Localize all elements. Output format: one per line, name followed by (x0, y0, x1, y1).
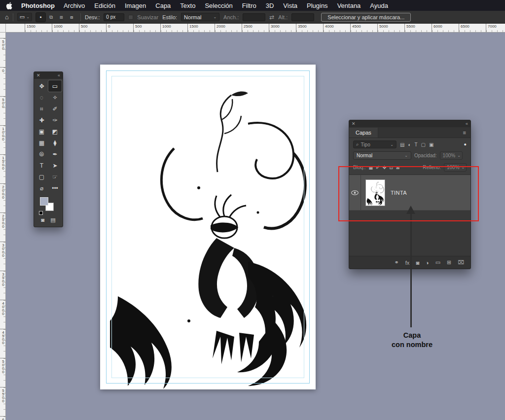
new-selection-icon[interactable]: ▪ (36, 13, 45, 22)
layer-name[interactable]: TINTA (391, 190, 407, 196)
tool-preset-picker[interactable]: ▭ ⌄ (17, 13, 32, 21)
menu-item[interactable]: Selección (205, 2, 232, 9)
filter-adjustment-layers-icon[interactable]: ◐ (408, 142, 411, 147)
shape-tool[interactable]: ▢ (35, 171, 48, 182)
style-select[interactable]: Normal ⌄ (181, 13, 219, 21)
blend-mode-value: Normal (357, 153, 372, 158)
select-and-mask-button[interactable]: Seleccionar y aplicar máscara... (321, 13, 411, 22)
width-input[interactable] (243, 13, 265, 21)
menu-item[interactable]: Archivo (64, 2, 85, 9)
lock-artboard-icon[interactable]: ⊡ (389, 165, 393, 170)
vertical-ruler[interactable]: 5000500100015002000250030003500400045005… (0, 33, 6, 420)
ruler-tick-label: 1000 (52, 24, 79, 32)
foreground-color-swatch[interactable] (40, 197, 48, 206)
zoom-tool[interactable]: ⌀ (35, 182, 48, 194)
lock-move-icon[interactable]: ✥ (383, 165, 387, 170)
tab-capas[interactable]: Capas (349, 128, 378, 138)
menu-item[interactable]: Ventana (337, 2, 361, 9)
screen-mode-icon[interactable]: ▤ (50, 217, 55, 223)
menu-item[interactable]: Vista (283, 2, 297, 9)
menu-bar: Photoshop ArchivoEdiciónImagenCapaTextoS… (0, 0, 505, 11)
healing-brush-tool[interactable]: ✚ (35, 114, 48, 126)
panel-menu-icon[interactable]: ≡ (463, 130, 470, 136)
quick-selection-tool[interactable]: ✧ (48, 92, 62, 103)
filter-toggle-icon[interactable]: ● (464, 142, 467, 147)
path-selection-tool[interactable]: ➤ (48, 160, 62, 171)
horizontal-ruler[interactable]: 1500100050005001000150020002500300035004… (6, 24, 505, 33)
dodge-tool[interactable]: ⦾ (35, 148, 48, 160)
filter-type-layers-icon[interactable]: T (415, 142, 418, 147)
crop-tool[interactable]: ⌗ (35, 103, 48, 114)
layers-panel: ✕ « Capas ≡ ⌕ Tipo ⌄ ▤◐T▢▣ ● Normal ⌄ Op… (349, 120, 471, 269)
layer-filter-type-select[interactable]: ⌕ Tipo ⌄ (353, 140, 397, 148)
close-icon[interactable]: ✕ (352, 122, 356, 126)
ruler-corner (0, 24, 6, 33)
collapse-icon[interactable]: « (58, 73, 60, 78)
new-adjustment-layer-icon[interactable]: ◑ (426, 260, 429, 266)
eraser-tool[interactable]: ◩ (48, 126, 62, 137)
fill-value[interactable]: 100% ⌄ (444, 163, 467, 172)
new-layer-icon[interactable]: ⊞ (447, 259, 451, 266)
pen-tool[interactable]: ✒ (48, 148, 62, 160)
delete-layer-icon[interactable]: ⌧ (458, 259, 464, 266)
filter-pixel-layers-icon[interactable]: ▤ (400, 142, 404, 147)
collapse-icon[interactable]: « (466, 122, 468, 126)
menu-item[interactable]: Edición (94, 2, 115, 9)
menu-item[interactable]: Filtro (242, 2, 256, 9)
gradient-tool[interactable]: ▦ (35, 137, 48, 148)
ruler-tick-label: 500 (133, 24, 160, 32)
eyedropper-tool[interactable]: ✐ (48, 103, 62, 114)
home-icon[interactable]: ⌂ (5, 13, 9, 21)
type-tool[interactable]: T (35, 160, 48, 171)
lasso-tool[interactable]: ◌ (35, 92, 48, 103)
chevron-down-icon: ⌄ (462, 165, 465, 170)
ruler-tick-label: 3500 (296, 24, 323, 32)
opacity-value[interactable]: 100% ⌄ (440, 151, 463, 160)
layer-visibility-eye-icon[interactable] (349, 175, 361, 210)
layer-style-fx-icon[interactable]: fx (405, 260, 410, 266)
new-group-folder-icon[interactable]: ▭ (435, 259, 440, 266)
height-input[interactable] (291, 13, 314, 21)
menu-item[interactable]: Imagen (125, 2, 146, 9)
menu-item[interactable]: 3D (266, 2, 274, 9)
lock-transparency-icon[interactable]: ▦ (369, 165, 373, 170)
close-icon[interactable]: ✕ (36, 73, 40, 78)
lock-paint-icon[interactable]: ✐ (376, 165, 380, 170)
annotation-arrow-line (410, 214, 412, 327)
swap-dimensions-icon[interactable]: ⇄ (269, 14, 274, 21)
blend-mode-select[interactable]: Normal ⌄ (353, 151, 411, 160)
move-tool[interactable]: ✥ (35, 80, 48, 92)
menu-item[interactable]: Capa (155, 2, 171, 9)
tool-buttons: ✥▭◌✧⌗✐✚✑▣◩▦⧫⦾✒T➤▢☞⌀••• (34, 79, 63, 194)
ruler-tick-label: 3500 (0, 271, 5, 298)
layer-thumbnail[interactable] (365, 179, 385, 206)
hand-tool[interactable]: ☞ (48, 171, 62, 182)
apple-logo-icon[interactable] (6, 2, 12, 9)
brush-tool[interactable]: ✑ (48, 114, 62, 126)
edit-toolbar-icon[interactable]: ••• (48, 182, 62, 194)
default-colors-icon[interactable] (39, 211, 43, 215)
filter-kind-icons: ▤◐T▢▣ (400, 142, 434, 147)
feather-input[interactable] (104, 13, 124, 21)
fill-value-text: 100% (447, 165, 460, 170)
quick-mask-icon[interactable]: ◙ (41, 217, 44, 223)
menu-item[interactable]: Plugins (307, 2, 328, 9)
antialias-checkbox[interactable] (128, 15, 133, 20)
marquee-tool[interactable]: ▭ (48, 80, 62, 92)
link-layers-icon[interactable]: ⚭ (395, 259, 399, 266)
menu-item[interactable]: Ayuda (370, 2, 388, 9)
add-to-selection-icon[interactable]: ⧉ (46, 13, 56, 22)
intersect-selection-icon[interactable]: ⧇ (67, 13, 76, 22)
filter-smart-objects-icon[interactable]: ▣ (429, 142, 433, 147)
filter-shape-layers-icon[interactable]: ▢ (421, 142, 426, 147)
ruler-tick-label: 4000 (0, 300, 5, 327)
ruler-tick-label: 6000 (0, 416, 5, 420)
clone-stamp-tool[interactable]: ▣ (35, 126, 48, 137)
menu-item[interactable]: Texto (180, 2, 195, 9)
app-menu-photoshop[interactable]: Photoshop (21, 2, 55, 9)
add-layer-mask-icon[interactable]: ◙ (416, 260, 419, 266)
subtract-from-selection-icon[interactable]: ⧈ (57, 13, 66, 22)
document-canvas[interactable] (100, 65, 316, 389)
blur-tool[interactable]: ⧫ (48, 137, 62, 148)
lock-all-icon[interactable]: ⊠ (396, 165, 400, 170)
